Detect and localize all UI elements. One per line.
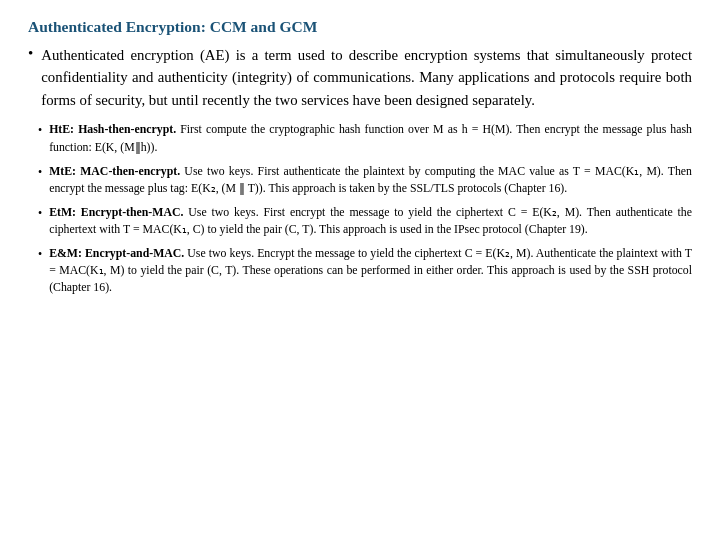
sub-bullet-4: • (38, 246, 42, 263)
sub-text-1: HtE: Hash-then-encrypt. First compute th… (49, 121, 692, 155)
list-item: • E&M: Encrypt-and-MAC. Use two keys. En… (38, 245, 692, 296)
sub-text-4: E&M: Encrypt-and-MAC. Use two keys. Encr… (49, 245, 692, 296)
sub-label-1: HtE: Hash-then-encrypt. (49, 122, 176, 136)
sub-label-4: E&M: Encrypt-and-MAC. (49, 246, 184, 260)
sub-text-2: MtE: MAC-then-encrypt. Use two keys. Fir… (49, 163, 692, 197)
sub-list: • HtE: Hash-then-encrypt. First compute … (28, 121, 692, 296)
sub-label-2: MtE: MAC-then-encrypt. (49, 164, 180, 178)
intro-bullet-symbol: • (28, 45, 33, 62)
sub-bullet-2: • (38, 164, 42, 181)
sub-bullet-1: • (38, 122, 42, 139)
page-title: Authenticated Encryption: CCM and GCM (28, 18, 692, 36)
sub-bullet-3: • (38, 205, 42, 222)
intro-paragraph: Authenticated encryption (AE) is a term … (41, 44, 692, 111)
list-item: • EtM: Encrypt-then-MAC. Use two keys. F… (38, 204, 692, 238)
list-item: • MtE: MAC-then-encrypt. Use two keys. F… (38, 163, 692, 197)
sub-label-3: EtM: Encrypt-then-MAC. (49, 205, 183, 219)
list-item: • HtE: Hash-then-encrypt. First compute … (38, 121, 692, 155)
page-container: Authenticated Encryption: CCM and GCM • … (0, 0, 720, 540)
intro-bullet-item: • Authenticated encryption (AE) is a ter… (28, 44, 692, 111)
sub-text-3: EtM: Encrypt-then-MAC. Use two keys. Fir… (49, 204, 692, 238)
